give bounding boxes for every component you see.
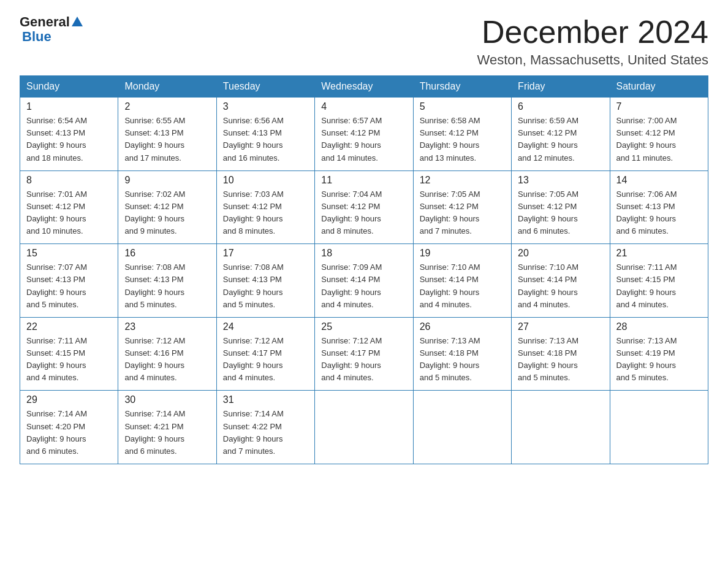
- calendar-cell: 11 Sunrise: 7:04 AM Sunset: 4:12 PM Dayl…: [315, 170, 413, 244]
- days-header-row: SundayMondayTuesdayWednesdayThursdayFrid…: [20, 76, 708, 98]
- calendar-cell: 3 Sunrise: 6:56 AM Sunset: 4:13 PM Dayli…: [216, 98, 314, 171]
- day-info: Sunrise: 7:05 AM Sunset: 4:12 PM Dayligh…: [518, 188, 603, 238]
- day-info: Sunrise: 7:08 AM Sunset: 4:13 PM Dayligh…: [223, 261, 308, 311]
- logo-blue: Blue: [22, 29, 83, 44]
- day-info: Sunrise: 7:04 AM Sunset: 4:12 PM Dayligh…: [321, 188, 406, 238]
- calendar-cell: 16 Sunrise: 7:08 AM Sunset: 4:13 PM Dayl…: [118, 244, 216, 318]
- calendar-cell: 18 Sunrise: 7:09 AM Sunset: 4:14 PM Dayl…: [315, 244, 413, 318]
- day-number: 11: [321, 175, 406, 186]
- day-info: Sunrise: 7:14 AM Sunset: 4:21 PM Dayligh…: [124, 408, 210, 458]
- calendar-cell: 17 Sunrise: 7:08 AM Sunset: 4:13 PM Dayl…: [216, 244, 314, 318]
- day-number: 16: [124, 248, 210, 259]
- calendar-cell: 26 Sunrise: 7:13 AM Sunset: 4:18 PM Dayl…: [413, 317, 511, 391]
- day-of-week-header: Saturday: [610, 76, 708, 98]
- day-number: 20: [518, 248, 603, 259]
- day-of-week-header: Monday: [118, 76, 216, 98]
- day-of-week-header: Wednesday: [315, 76, 413, 98]
- day-info: Sunrise: 6:54 AM Sunset: 4:13 PM Dayligh…: [26, 115, 112, 164]
- day-number: 29: [26, 394, 112, 405]
- day-number: 2: [124, 101, 210, 112]
- day-info: Sunrise: 7:13 AM Sunset: 4:18 PM Dayligh…: [420, 335, 505, 385]
- day-number: 13: [518, 175, 603, 186]
- calendar-cell: 31 Sunrise: 7:14 AM Sunset: 4:22 PM Dayl…: [216, 391, 314, 464]
- calendar-cell: 19 Sunrise: 7:10 AM Sunset: 4:14 PM Dayl…: [413, 244, 511, 318]
- calendar-week-row: 1 Sunrise: 6:54 AM Sunset: 4:13 PM Dayli…: [20, 98, 708, 171]
- day-number: 9: [124, 175, 210, 186]
- calendar-cell: 23 Sunrise: 7:12 AM Sunset: 4:16 PM Dayl…: [118, 317, 216, 391]
- day-info: Sunrise: 7:13 AM Sunset: 4:19 PM Dayligh…: [616, 335, 702, 385]
- day-number: 8: [26, 175, 112, 186]
- calendar-cell: 13 Sunrise: 7:05 AM Sunset: 4:12 PM Dayl…: [512, 170, 610, 244]
- calendar-cell: [610, 391, 708, 464]
- calendar-cell: 5 Sunrise: 6:58 AM Sunset: 4:12 PM Dayli…: [413, 98, 511, 171]
- day-info: Sunrise: 7:13 AM Sunset: 4:18 PM Dayligh…: [518, 335, 603, 385]
- day-info: Sunrise: 7:08 AM Sunset: 4:13 PM Dayligh…: [124, 261, 210, 311]
- logo: General Blue: [20, 15, 83, 44]
- title-block: December 2024 Weston, Massachusetts, Uni…: [477, 15, 708, 68]
- calendar-week-row: 15 Sunrise: 7:07 AM Sunset: 4:13 PM Dayl…: [20, 244, 708, 318]
- day-of-week-header: Thursday: [413, 76, 511, 98]
- calendar-cell: 22 Sunrise: 7:11 AM Sunset: 4:15 PM Dayl…: [20, 317, 118, 391]
- day-number: 7: [616, 101, 702, 112]
- day-info: Sunrise: 7:14 AM Sunset: 4:20 PM Dayligh…: [26, 408, 112, 458]
- day-number: 19: [420, 248, 505, 259]
- logo-text: General Blue: [20, 15, 83, 44]
- calendar-cell: 24 Sunrise: 7:12 AM Sunset: 4:17 PM Dayl…: [216, 317, 314, 391]
- calendar-cell: 21 Sunrise: 7:11 AM Sunset: 4:15 PM Dayl…: [610, 244, 708, 318]
- day-info: Sunrise: 7:12 AM Sunset: 4:17 PM Dayligh…: [223, 335, 308, 385]
- calendar-cell: 28 Sunrise: 7:13 AM Sunset: 4:19 PM Dayl…: [610, 317, 708, 391]
- calendar-cell: 2 Sunrise: 6:55 AM Sunset: 4:13 PM Dayli…: [118, 98, 216, 171]
- day-number: 4: [321, 101, 406, 112]
- calendar-cell: 10 Sunrise: 7:03 AM Sunset: 4:12 PM Dayl…: [216, 170, 314, 244]
- day-info: Sunrise: 7:05 AM Sunset: 4:12 PM Dayligh…: [420, 188, 505, 238]
- day-info: Sunrise: 7:12 AM Sunset: 4:17 PM Dayligh…: [321, 335, 406, 385]
- day-number: 26: [420, 321, 505, 332]
- day-number: 25: [321, 321, 406, 332]
- calendar-cell: 4 Sunrise: 6:57 AM Sunset: 4:12 PM Dayli…: [315, 98, 413, 171]
- day-info: Sunrise: 7:02 AM Sunset: 4:12 PM Dayligh…: [124, 188, 210, 238]
- calendar-week-row: 22 Sunrise: 7:11 AM Sunset: 4:15 PM Dayl…: [20, 317, 708, 391]
- month-title: December 2024: [477, 15, 708, 50]
- day-info: Sunrise: 6:58 AM Sunset: 4:12 PM Dayligh…: [420, 115, 505, 164]
- calendar-cell: [512, 391, 610, 464]
- day-info: Sunrise: 6:56 AM Sunset: 4:13 PM Dayligh…: [223, 115, 308, 164]
- day-info: Sunrise: 7:12 AM Sunset: 4:16 PM Dayligh…: [124, 335, 210, 385]
- calendar-cell: 7 Sunrise: 7:00 AM Sunset: 4:12 PM Dayli…: [610, 98, 708, 171]
- day-number: 17: [223, 248, 308, 259]
- calendar-cell: 1 Sunrise: 6:54 AM Sunset: 4:13 PM Dayli…: [20, 98, 118, 171]
- calendar-week-row: 29 Sunrise: 7:14 AM Sunset: 4:20 PM Dayl…: [20, 391, 708, 464]
- day-number: 6: [518, 101, 603, 112]
- day-info: Sunrise: 7:07 AM Sunset: 4:13 PM Dayligh…: [26, 261, 112, 311]
- day-info: Sunrise: 7:06 AM Sunset: 4:13 PM Dayligh…: [616, 188, 702, 238]
- day-number: 21: [616, 248, 702, 259]
- day-number: 28: [616, 321, 702, 332]
- day-number: 12: [420, 175, 505, 186]
- calendar-cell: 14 Sunrise: 7:06 AM Sunset: 4:13 PM Dayl…: [610, 170, 708, 244]
- calendar-cell: 8 Sunrise: 7:01 AM Sunset: 4:12 PM Dayli…: [20, 170, 118, 244]
- day-of-week-header: Tuesday: [216, 76, 314, 98]
- day-number: 15: [26, 248, 112, 259]
- calendar-table: SundayMondayTuesdayWednesdayThursdayFrid…: [20, 75, 708, 464]
- calendar-cell: [315, 391, 413, 464]
- calendar-cell: 12 Sunrise: 7:05 AM Sunset: 4:12 PM Dayl…: [413, 170, 511, 244]
- day-of-week-header: Sunday: [20, 76, 118, 98]
- day-info: Sunrise: 6:57 AM Sunset: 4:12 PM Dayligh…: [321, 115, 406, 164]
- day-number: 23: [124, 321, 210, 332]
- day-number: 1: [26, 101, 112, 112]
- logo-general: General: [20, 15, 83, 29]
- day-of-week-header: Friday: [512, 76, 610, 98]
- day-number: 31: [223, 394, 308, 405]
- calendar-cell: 27 Sunrise: 7:13 AM Sunset: 4:18 PM Dayl…: [512, 317, 610, 391]
- calendar-cell: 30 Sunrise: 7:14 AM Sunset: 4:21 PM Dayl…: [118, 391, 216, 464]
- day-info: Sunrise: 7:14 AM Sunset: 4:22 PM Dayligh…: [223, 408, 308, 458]
- location-title: Weston, Massachusetts, United States: [477, 52, 708, 68]
- day-number: 18: [321, 248, 406, 259]
- calendar-week-row: 8 Sunrise: 7:01 AM Sunset: 4:12 PM Dayli…: [20, 170, 708, 244]
- day-info: Sunrise: 7:10 AM Sunset: 4:14 PM Dayligh…: [518, 261, 603, 311]
- day-info: Sunrise: 7:00 AM Sunset: 4:12 PM Dayligh…: [616, 115, 702, 164]
- page-header: General Blue December 2024 Weston, Massa…: [20, 15, 708, 68]
- day-info: Sunrise: 6:59 AM Sunset: 4:12 PM Dayligh…: [518, 115, 603, 164]
- day-info: Sunrise: 7:03 AM Sunset: 4:12 PM Dayligh…: [223, 188, 308, 238]
- day-info: Sunrise: 7:01 AM Sunset: 4:12 PM Dayligh…: [26, 188, 112, 238]
- day-info: Sunrise: 7:10 AM Sunset: 4:14 PM Dayligh…: [420, 261, 505, 311]
